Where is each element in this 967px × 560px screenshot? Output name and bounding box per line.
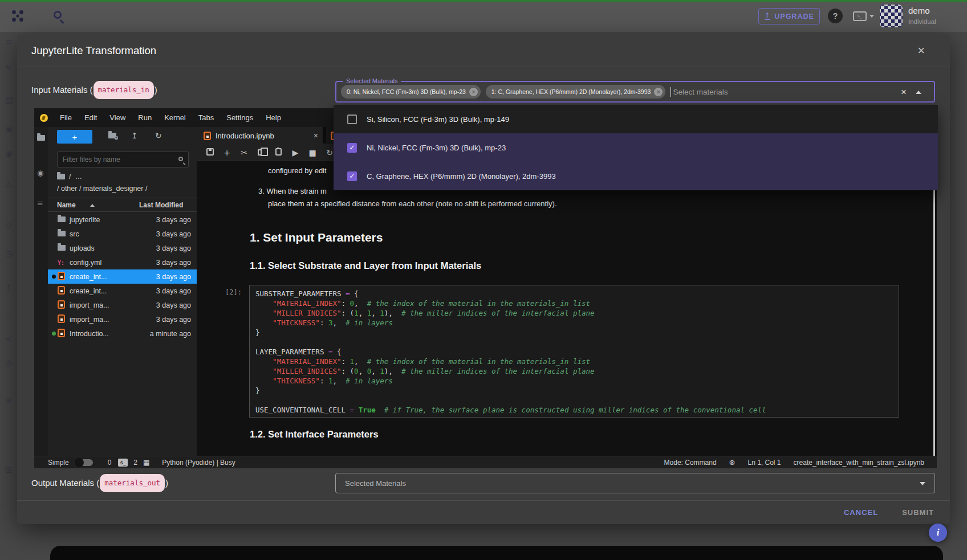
materials-out-code-chip: materials_out <box>100 474 165 492</box>
user-name: demo <box>908 6 930 15</box>
file-row[interactable]: import_ma... 3 days ago <box>48 312 197 326</box>
sort-ascending-icon[interactable] <box>90 204 95 207</box>
column-name[interactable]: Name <box>57 201 76 209</box>
help-button[interactable]: ? <box>828 9 843 23</box>
triangle-icon: △ <box>5 179 12 189</box>
info-button[interactable]: i <box>929 524 947 542</box>
menu-help[interactable]: Help <box>259 113 287 122</box>
menu-tabs[interactable]: Tabs <box>192 113 220 122</box>
top-accent-line <box>0 0 967 2</box>
clear-selection-icon[interactable] <box>901 87 907 98</box>
folder-icon <box>58 245 66 251</box>
menu-run[interactable]: Run <box>132 113 158 122</box>
app-viewport-panel <box>50 546 943 560</box>
file-row[interactable]: Y: config.yml 3 days ago <box>48 255 197 269</box>
file-row[interactable]: import_ma... 3 days ago <box>48 298 197 312</box>
diamond-icon: ◇ <box>5 220 12 230</box>
file-list-header: Name Last Modified <box>48 198 197 212</box>
kernel-dot-icon <box>52 275 56 279</box>
jupyter-activity-bar: ◉ ≡ <box>34 127 48 456</box>
chip-delete-icon[interactable] <box>469 88 478 96</box>
cut-cell-icon[interactable]: ✂ <box>235 148 253 157</box>
paste-cell-icon[interactable] <box>270 148 287 157</box>
filter-files-input[interactable] <box>58 152 188 167</box>
file-browser-icon[interactable] <box>37 135 45 141</box>
tab-introduction-ipynb[interactable]: Introduction.ipynb <box>197 127 323 144</box>
checkbox-checked-icon[interactable] <box>347 171 357 181</box>
output-materials-select[interactable]: Selected Materials <box>335 473 935 493</box>
menu-settings[interactable]: Settings <box>220 113 259 122</box>
stop-kernel-icon[interactable]: ■ <box>304 148 321 157</box>
run-cell-icon[interactable]: ▶ <box>287 148 304 157</box>
kernel-status[interactable]: Python (Pyodide) | Busy <box>162 459 235 467</box>
new-folder-icon[interactable]: + <box>108 131 116 140</box>
table-of-contents-icon[interactable]: ≡ <box>37 199 43 207</box>
collapse-caret-icon[interactable] <box>916 91 921 94</box>
heading-set-input-parameters: 1. Set Input Parameters <box>250 231 383 244</box>
simple-mode-toggle[interactable] <box>76 459 93 466</box>
material-chip-label: 0: Ni, Nickel, FCC (Fm-3m) 3D (Bulk), mp… <box>347 88 466 95</box>
column-last-modified[interactable]: Last Modified <box>139 201 183 209</box>
file-row[interactable]: Introductio... a minute ago <box>48 326 197 341</box>
select-materials-placeholder: Select materials <box>673 88 728 96</box>
chevron-down-icon <box>870 15 874 18</box>
search-icon[interactable] <box>54 11 62 19</box>
checkbox-checked-icon[interactable] <box>347 143 357 153</box>
notebook-icon <box>58 314 65 323</box>
user-avatar[interactable] <box>880 5 903 27</box>
app-logo-icon <box>11 10 24 22</box>
menu-file[interactable]: File <box>54 113 78 122</box>
upload-icon: ↥ <box>5 283 13 293</box>
breadcrumb-path[interactable]: / other / materials_designer / <box>57 185 147 193</box>
code-cell[interactable]: SUBSTRATE_PARAMETERS = { "MATERIAL_INDEX… <box>249 285 899 418</box>
folder-icon <box>58 216 66 222</box>
menu-edit[interactable]: Edit <box>78 113 103 122</box>
material-option-selected[interactable]: Ni, Nickel, FCC (Fm-3m) 3D (Bulk), mp-23 <box>334 133 938 162</box>
materials-dropdown: Si, Silicon, FCC (Fd-3m) 3D (Bulk), mp-1… <box>334 105 938 190</box>
file-row[interactable]: jupyterlite 3 days ago <box>48 212 197 227</box>
copy-cell-icon[interactable] <box>253 148 270 157</box>
upload-files-icon[interactable]: ↥ <box>131 131 138 140</box>
menu-kernel[interactable]: Kernel <box>158 113 192 122</box>
dots-icon: ∴ <box>5 310 11 320</box>
menu-view[interactable]: View <box>103 113 132 122</box>
search-icon <box>178 157 183 161</box>
material-option[interactable]: Si, Silicon, FCC (Fd-3m) 3D (Bulk), mp-1… <box>334 105 938 133</box>
breadcrumb-root[interactable]: / <box>69 173 71 181</box>
materials-in-code-chip: materials_in <box>94 81 154 99</box>
add-cell-icon[interactable]: + <box>218 148 235 157</box>
upgrade-button[interactable]: ↑ UPGRADE <box>758 8 820 24</box>
markdown-text: place them at a specified distance from … <box>268 199 557 208</box>
new-launcher-button[interactable]: + <box>57 130 92 144</box>
heading-select-substrate: 1.1. Select Substrate and Layer from Inp… <box>250 260 481 271</box>
breadcrumb-ellipsis[interactable]: … <box>75 173 82 181</box>
notebook-icon <box>58 286 65 295</box>
breadcrumb: / … <box>57 173 82 181</box>
selected-materials-floating-label: Selected Materials <box>343 77 401 84</box>
console-menu-button[interactable]: >_ <box>853 11 874 21</box>
cancel-button[interactable]: CANCEL <box>844 508 878 517</box>
chip-delete-icon[interactable] <box>654 88 663 96</box>
file-row[interactable]: src 3 days ago <box>48 227 197 241</box>
selected-materials-input[interactable]: Selected Materials 0: Ni, Nickel, FCC (F… <box>335 81 935 103</box>
home-folder-icon[interactable] <box>57 174 65 179</box>
dialog-title: JupyterLite Transformation <box>17 34 950 67</box>
save-icon[interactable] <box>201 148 218 157</box>
simple-mode-label: Simple <box>48 459 69 467</box>
checkbox-unchecked-icon[interactable] <box>347 115 357 124</box>
file-row-selected[interactable]: create_int... 3 days ago <box>48 269 197 284</box>
close-icon[interactable] <box>917 44 925 57</box>
paren-close: ) <box>165 475 168 491</box>
file-row[interactable]: create_int... 3 days ago <box>48 284 197 298</box>
help-glyph: ? <box>833 11 838 21</box>
tab-close-icon[interactable] <box>314 131 318 140</box>
file-row[interactable]: uploads 3 days ago <box>48 241 197 255</box>
running-kernels-icon[interactable]: ◉ <box>37 169 43 177</box>
material-option-selected[interactable]: C, Graphene, HEX (P6/mmm) 2D (Monolayer)… <box>334 162 938 190</box>
text-cursor <box>671 87 671 97</box>
refresh-file-list-icon[interactable]: ↻ <box>155 131 162 140</box>
jupyterlite-logo-icon <box>40 114 48 122</box>
submit-button[interactable]: SUBMIT <box>902 508 934 517</box>
expand-caret-icon <box>920 482 925 485</box>
paren-close: ) <box>155 82 157 98</box>
